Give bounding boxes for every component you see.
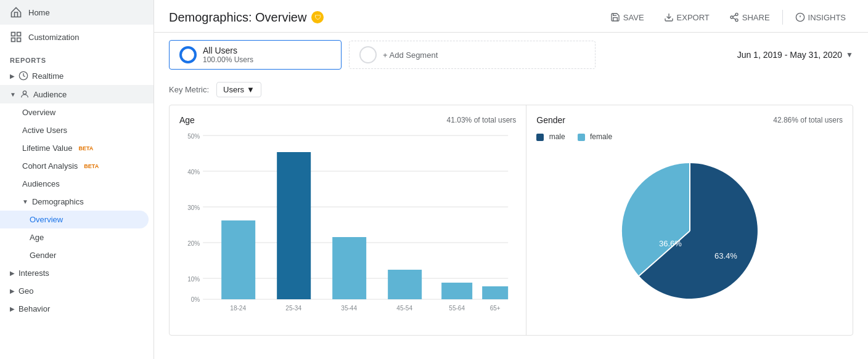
- sidebar-item-realtime[interactable]: ▶ Realtime: [0, 67, 154, 85]
- svg-text:45-54: 45-54: [396, 305, 412, 312]
- sidebar-item-gender[interactable]: Gender: [0, 246, 154, 264]
- demographics-label: Demographics: [32, 197, 84, 206]
- main-content: Demographics: Overview 🛡 SAVE EXPORT SHA…: [154, 0, 868, 359]
- page-title: Demographics: Overview 🛡: [169, 10, 324, 25]
- shield-icon: 🛡: [311, 11, 324, 23]
- cohort-analysis-label: Cohort Analysis: [22, 161, 78, 171]
- expand-arrow-audience: ▼: [10, 91, 16, 98]
- audiences-label: Audiences: [22, 179, 60, 188]
- geo-label: Geo: [18, 286, 34, 296]
- svg-text:40%: 40%: [187, 169, 200, 175]
- realtime-label: Realtime: [32, 71, 63, 81]
- all-users-segment[interactable]: All Users 100.00% Users: [169, 40, 342, 70]
- svg-line-10: [733, 18, 736, 20]
- segment-circle: [179, 46, 197, 63]
- gender-chart-pct: 42.86% of total users: [773, 116, 843, 124]
- key-metric-chevron: ▼: [247, 85, 255, 94]
- sidebar-item-geo[interactable]: ▶ Geo: [0, 282, 154, 300]
- svg-point-7: [735, 13, 738, 15]
- save-button[interactable]: SAVE: [603, 9, 652, 26]
- date-range-arrow: ▼: [846, 50, 853, 59]
- svg-rect-0: [12, 33, 15, 36]
- add-segment-circle: [359, 46, 377, 63]
- export-button[interactable]: EXPORT: [657, 9, 717, 26]
- key-metric-label: Key Metric:: [169, 85, 209, 94]
- sidebar-item-dem-overview[interactable]: Overview: [0, 211, 149, 228]
- sidebar-item-active-users[interactable]: Active Users: [0, 121, 154, 139]
- insights-icon: [795, 12, 805, 22]
- share-label: SHARE: [742, 13, 770, 22]
- male-legend-dot: [536, 134, 544, 141]
- sidebar: Home Customization REPORTS ▶ Realtime ▼ …: [0, 0, 154, 359]
- age-chart-title: Age: [179, 115, 195, 125]
- female-pct-label: 36.6%: [659, 239, 682, 248]
- age-chart-panel: Age 41.03% of total users 50% 40% 30% 20…: [170, 105, 526, 335]
- sidebar-item-cohort-analysis[interactable]: Cohort Analysis BETA: [0, 157, 154, 175]
- sidebar-item-lifetime-value[interactable]: Lifetime Value BETA: [0, 139, 154, 157]
- sidebar-item-audience-overview[interactable]: Overview: [0, 103, 154, 121]
- svg-text:50%: 50%: [187, 133, 200, 140]
- gender-chart-header: Gender 42.86% of total users: [536, 115, 843, 125]
- sidebar-item-home[interactable]: Home: [0, 0, 154, 25]
- key-metric-row: Key Metric: Users ▼: [154, 77, 868, 105]
- expand-arrow-geo: ▶: [10, 288, 15, 294]
- audience-label: Audience: [33, 90, 67, 99]
- date-range-selector[interactable]: Jun 1, 2019 - May 31, 2020 ▼: [737, 50, 853, 60]
- expand-arrow-interests: ▶: [10, 270, 15, 276]
- active-users-label: Active Users: [22, 126, 67, 135]
- charts-row: Age 41.03% of total users 50% 40% 30% 20…: [169, 105, 853, 336]
- sidebar-item-age[interactable]: Age: [0, 228, 154, 246]
- behavior-label: Behavior: [18, 304, 50, 313]
- svg-point-9: [735, 19, 738, 22]
- title-text: Demographics: Overview: [169, 10, 306, 25]
- bar-55-64: [441, 283, 472, 299]
- svg-text:20%: 20%: [187, 240, 200, 247]
- female-legend-item: female: [578, 132, 612, 141]
- svg-text:10%: 10%: [187, 276, 200, 283]
- svg-text:18-24: 18-24: [230, 305, 246, 312]
- svg-rect-2: [12, 38, 15, 42]
- sidebar-item-audience[interactable]: ▼ Audience: [0, 85, 154, 103]
- add-segment-button[interactable]: + Add Segment: [349, 41, 596, 69]
- bar-65plus: [482, 286, 508, 299]
- bar-18-24: [221, 220, 255, 299]
- save-icon: [610, 12, 620, 22]
- header-actions: SAVE EXPORT SHARE INSIGHTS: [603, 9, 853, 26]
- svg-text:25-34: 25-34: [285, 305, 301, 312]
- segment-pct: 100.00% Users: [203, 55, 253, 64]
- insights-button[interactable]: INSIGHTS: [788, 9, 853, 26]
- expand-arrow-demographics: ▼: [22, 198, 28, 205]
- gender-legend: male female: [536, 132, 843, 141]
- sidebar-item-audiences[interactable]: Audiences: [0, 175, 154, 193]
- svg-text:30%: 30%: [187, 204, 200, 211]
- segment-info: All Users 100.00% Users: [203, 46, 253, 64]
- export-label: EXPORT: [677, 13, 710, 22]
- sidebar-item-interests[interactable]: ▶ Interests: [0, 264, 154, 282]
- expand-arrow-behavior: ▶: [10, 305, 15, 312]
- male-legend-label: male: [549, 132, 565, 141]
- sidebar-item-behavior[interactable]: ▶ Behavior: [0, 300, 154, 318]
- key-metric-dropdown[interactable]: Users ▼: [216, 82, 261, 97]
- sidebar-item-demographics[interactable]: ▼ Demographics: [0, 193, 154, 211]
- sidebar-item-customization[interactable]: Customization: [0, 25, 154, 49]
- share-button[interactable]: SHARE: [722, 9, 777, 26]
- person-icon: [20, 89, 30, 99]
- female-legend-dot: [578, 134, 585, 141]
- page-header: Demographics: Overview 🛡 SAVE EXPORT SHA…: [154, 0, 868, 33]
- share-icon: [729, 12, 739, 22]
- audience-overview-label: Overview: [22, 108, 55, 117]
- svg-point-5: [23, 91, 26, 94]
- female-legend-label: female: [590, 132, 612, 141]
- insights-label: INSIGHTS: [808, 13, 846, 22]
- save-label: SAVE: [623, 13, 644, 22]
- bar-35-44: [332, 237, 366, 299]
- age-chart-pct: 41.03% of total users: [447, 116, 517, 124]
- male-legend-item: male: [536, 132, 565, 141]
- gender-pie-chart: 36.6% 63.4%: [610, 151, 770, 311]
- dem-overview-label: Overview: [30, 215, 63, 224]
- bar-45-54: [388, 270, 422, 299]
- svg-point-8: [731, 16, 733, 18]
- age-chart-header: Age 41.03% of total users: [179, 115, 516, 125]
- export-icon: [664, 12, 674, 22]
- home-icon: [10, 6, 22, 18]
